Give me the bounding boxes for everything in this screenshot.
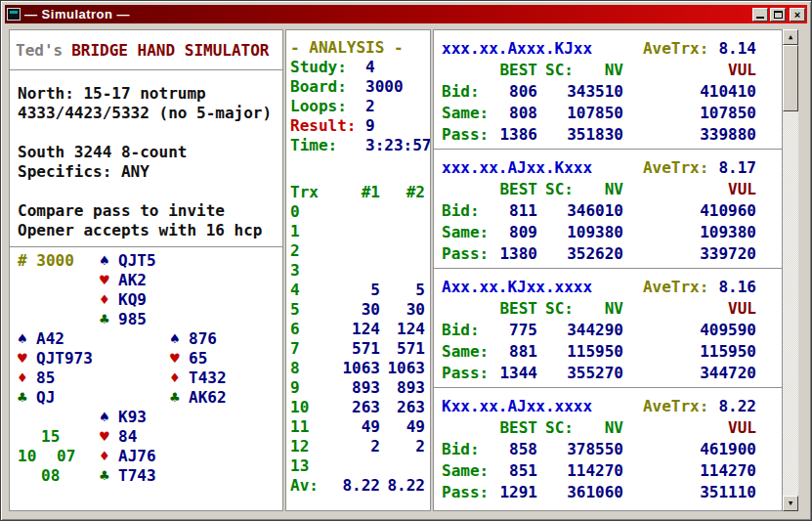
table-row: 455: [286, 281, 430, 300]
scroll-up-icon: ▲: [789, 33, 792, 41]
trick-distribution-table: Trx #1 #2 0 1 2 3 455 53030 6124124 7571…: [286, 183, 430, 496]
time-label: Time:: [290, 136, 365, 155]
minimize-icon: [756, 17, 764, 19]
table-row: 3: [286, 261, 430, 281]
south-hearts: 84: [118, 427, 137, 446]
table-row: 0: [286, 202, 430, 222]
west-clubs: QJ: [36, 388, 55, 407]
simulation-panel: Ted'sBRIDGE HAND SIMULATOR North: 15-17 …: [9, 29, 283, 511]
spade-icon: ♠: [170, 329, 189, 349]
table-row: 10263263: [286, 398, 430, 417]
east-hearts: 65: [189, 349, 207, 368]
club-icon: ♣: [100, 310, 118, 329]
result-row: Bid:806343510410410: [442, 81, 756, 103]
result-block-1: xxx.xx.Axxx.KJxx AveTrx: 8.14 BEST SC:NV…: [434, 30, 782, 150]
south-diamonds: AJ76: [118, 447, 156, 465]
table-row: 1: [286, 222, 430, 241]
app-header: Ted'sBRIDGE HAND SIMULATOR: [10, 30, 282, 70]
result-row: Pass:1380352620339720: [442, 243, 756, 265]
col-1: #1: [329, 183, 380, 202]
scroll-up-button[interactable]: ▲: [783, 29, 798, 45]
heart-icon: ♥: [100, 271, 118, 290]
result-row: Same:809109380109380: [442, 222, 756, 243]
north-clubs: 985: [118, 310, 147, 328]
info-line: North: 15-17 notrump: [18, 84, 282, 104]
result-field: Result:9: [286, 116, 430, 136]
info-line: Opener accepts with 16 hcp: [18, 221, 282, 240]
info-line: Compare pass to invite: [18, 201, 282, 221]
best-header: BEST: [492, 60, 537, 81]
spade-icon: ♠: [18, 329, 36, 349]
header-prefix: Ted's: [16, 41, 63, 60]
col-2: #2: [380, 183, 425, 202]
board-label: Board:: [290, 77, 365, 97]
info-line: 4333/4423/5332 (no 5-major): [18, 104, 282, 123]
diamond-icon: ♦: [170, 369, 189, 388]
result-row: Bid:811346010410960: [442, 200, 756, 222]
vertical-scrollbar[interactable]: ▲ ▼: [783, 29, 798, 511]
hand-pattern: xxx.xx.Axxx.KJxx: [442, 38, 592, 60]
east-hand: ♠876 ♥65 ♦T432 ♣AK62: [170, 329, 227, 408]
scroll-down-icon: ▼: [789, 499, 792, 507]
main-content: Ted'sBRIDGE HAND SIMULATOR North: 15-17 …: [5, 25, 809, 516]
south-clubs: T743: [118, 466, 156, 485]
club-icon: ♣: [170, 388, 189, 408]
time-field: Time:3:23:57: [286, 136, 430, 155]
close-button[interactable]: ×: [790, 8, 805, 22]
table-row: 810631063: [286, 359, 430, 378]
hand-pattern: xxx.xx.AJxx.Kxxx: [442, 157, 592, 179]
scroll-down-button[interactable]: ▼: [783, 496, 798, 511]
north-diamonds: KQ9: [118, 290, 147, 309]
avetrx-value: 8.22: [718, 396, 756, 417]
sc-header: SC:: [545, 60, 574, 81]
minimize-button[interactable]: [752, 8, 768, 22]
east-clubs: AK62: [189, 388, 227, 407]
table-row: 9893893: [286, 378, 430, 398]
heart-icon: ♥: [170, 349, 189, 369]
avetrx-label: AveTrx:: [643, 158, 708, 177]
info-line: Specifics: ANY: [18, 162, 282, 182]
board-field: Board:3000: [286, 77, 430, 97]
vul-header: VUL: [623, 60, 756, 81]
result-header: BEST SC:NV VUL: [442, 417, 756, 439]
simulation-settings: North: 15-17 notrump 4333/4423/5332 (no …: [10, 70, 282, 247]
hcp-east: 07: [57, 447, 75, 466]
analysis-title: - ANALYSIS -: [286, 30, 430, 58]
result-block-3: Axx.xx.KJxx.xxxx AveTrx: 8.16 BEST SC:NV…: [434, 269, 782, 388]
maximize-button[interactable]: [770, 8, 786, 22]
titlebar[interactable]: — Simulatron — ×: [5, 5, 807, 23]
north-hand: ♠QJT5 ♥AK2 ♦KQ9 ♣985: [100, 251, 156, 329]
result-label: Result:: [290, 116, 365, 136]
average-1: 8.22: [329, 476, 380, 496]
info-line: [18, 123, 282, 143]
table-row: 114949: [286, 417, 430, 437]
app-icon[interactable]: [7, 8, 21, 21]
hcp-north: 15: [41, 427, 60, 447]
app-window: — Simulatron — × Ted'sBRIDGE HAND SIMULA…: [0, 0, 812, 521]
table-row: 7571571: [286, 339, 430, 359]
result-row: Same:881115950115950: [442, 341, 756, 363]
heart-icon: ♥: [18, 349, 36, 369]
close-icon: ×: [794, 9, 800, 21]
west-spades: A42: [36, 329, 64, 348]
south-spades: K93: [118, 408, 147, 426]
results-panel: xxx.xx.Axxx.KJxx AveTrx: 8.14 BEST SC:NV…: [433, 29, 783, 511]
avetrx-value: 8.14: [718, 38, 756, 60]
loops-field: Loops:2: [286, 97, 430, 116]
diamond-icon: ♦: [100, 290, 118, 310]
result-row: Same:851114270114270: [442, 460, 756, 482]
study-field: Study:4: [286, 58, 430, 77]
diamond-icon: ♦: [18, 369, 36, 388]
analysis-panel: - ANALYSIS - Study:4 Board:3000 Loops:2 …: [285, 29, 431, 511]
scrollbar-thumb[interactable]: [783, 45, 798, 111]
info-line: South 3244 8-count: [18, 143, 282, 162]
table-row: 6124124: [286, 320, 430, 339]
info-line: [18, 182, 282, 201]
result-header: BEST SC:NV VUL: [442, 298, 756, 320]
header-title: BRIDGE HAND SIMULATOR: [71, 41, 269, 60]
table-row: 1222: [286, 437, 430, 456]
table-row: 13: [286, 456, 430, 476]
result-block-2: xxx.xx.AJxx.Kxxx AveTrx: 8.17 BEST SC:NV…: [434, 150, 782, 269]
hand-pattern: Kxx.xx.AJxx.xxxx: [442, 396, 592, 417]
hcp-west: 10: [18, 447, 36, 466]
